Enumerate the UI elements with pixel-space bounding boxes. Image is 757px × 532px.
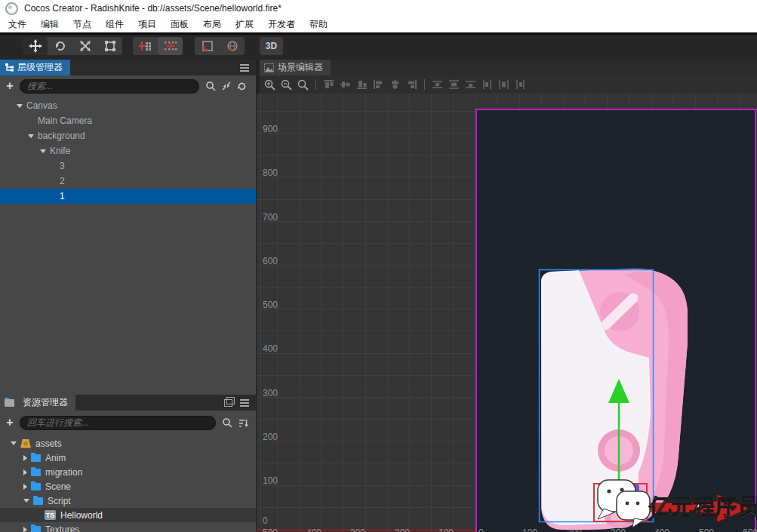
- assets-node-migration[interactable]: migration: [0, 465, 256, 479]
- distribute-left-icon[interactable]: [482, 79, 493, 90]
- hierarchy-node-knife[interactable]: Knife: [0, 143, 256, 158]
- collapsed-arrow-icon[interactable]: [23, 527, 27, 532]
- pivot-position-button[interactable]: [133, 37, 158, 55]
- node-label: Script: [48, 496, 71, 506]
- hierarchy-search-row: +: [0, 75, 256, 97]
- typescript-file-icon: TS: [45, 510, 56, 520]
- menu-node[interactable]: 节点: [71, 17, 94, 32]
- menu-layout[interactable]: 布局: [201, 17, 223, 32]
- hierarchy-tree-icon: [5, 63, 14, 72]
- menu-file[interactable]: 文件: [6, 17, 29, 32]
- assets-node-helloworld-selected[interactable]: TS Helloworld: [0, 508, 256, 522]
- distribute-top-icon[interactable]: [432, 79, 443, 90]
- align-left-icon[interactable]: [373, 79, 384, 90]
- hierarchy-menu-icon[interactable]: [240, 67, 249, 69]
- assets-float-icon[interactable]: [224, 399, 232, 407]
- hierarchy-node-background[interactable]: background: [0, 128, 256, 143]
- menu-bar: 文件 编辑 节点 组件 项目 面板 布局 扩展 开发者 帮助: [0, 17, 757, 32]
- move-tool-button[interactable]: [23, 37, 48, 55]
- local-gizmo-button[interactable]: [195, 37, 220, 55]
- menu-developer[interactable]: 开发者: [266, 17, 297, 32]
- collapsed-arrow-icon[interactable]: [23, 484, 27, 490]
- left-panel-column: 层级管理器 + Canvas Main Camera: [0, 60, 256, 532]
- rect-tool-button[interactable]: [97, 37, 122, 55]
- distribute-right-icon[interactable]: [515, 79, 526, 90]
- node-label: Anim: [45, 453, 66, 463]
- menu-extension[interactable]: 扩展: [233, 17, 256, 32]
- expand-arrow-icon[interactable]: [23, 499, 29, 503]
- hierarchy-node-1-selected[interactable]: 1: [0, 189, 256, 204]
- pivot-anchor-icon: [164, 40, 177, 52]
- assets-menu-icon[interactable]: [240, 402, 249, 404]
- assets-folder-icon: [5, 399, 14, 407]
- expand-arrow-icon[interactable]: [11, 441, 17, 445]
- zoom-out-icon[interactable]: [281, 79, 292, 91]
- scene-tab-bar: 场景编辑器: [260, 60, 757, 75]
- tab-assets[interactable]: 资源管理器: [0, 395, 75, 411]
- rotate-icon: [54, 40, 66, 52]
- tab-hierarchy[interactable]: 层级管理器: [0, 60, 70, 75]
- assets-search-row: +: [0, 412, 256, 433]
- folder-icon: [31, 483, 41, 490]
- refresh-icon[interactable]: [237, 81, 247, 91]
- node-label: assets: [35, 438, 62, 449]
- assets-tab-label: 资源管理器: [23, 396, 68, 409]
- svg-text:-400: -400: [303, 527, 322, 532]
- align-right-icon[interactable]: [406, 79, 417, 90]
- 3d-mode-button[interactable]: 3D: [260, 37, 283, 55]
- zoom-in-icon[interactable]: [264, 79, 275, 91]
- rect-transform-icon: [104, 40, 116, 52]
- world-gizmo-button[interactable]: [220, 37, 245, 55]
- collapse-all-icon[interactable]: [222, 81, 231, 91]
- node-label: Scene: [45, 481, 71, 492]
- sort-icon[interactable]: [238, 418, 248, 428]
- hierarchy-node-3[interactable]: 3: [0, 158, 256, 174]
- search-icon[interactable]: [205, 81, 216, 91]
- ruler-y-labels: 900 800 700 600 500 400 300 200 100 0: [263, 124, 278, 526]
- assets-node-script[interactable]: Script: [0, 494, 256, 508]
- node-label: Helloworld: [60, 510, 103, 521]
- distribute-bottom-icon[interactable]: [465, 79, 476, 90]
- menu-project[interactable]: 项目: [136, 17, 158, 32]
- distribute-vcenter-icon[interactable]: [448, 79, 460, 90]
- rotate-tool-button[interactable]: [48, 37, 72, 55]
- align-vcenter-icon[interactable]: [340, 79, 351, 90]
- main-toolbar: 3D: [0, 35, 757, 60]
- pivot-position-icon: [139, 40, 152, 52]
- hierarchy-node-main-camera[interactable]: Main Camera: [0, 113, 256, 128]
- menu-panel[interactable]: 面板: [168, 17, 191, 32]
- watermark-text: 亿元程序员: [648, 494, 757, 518]
- hierarchy-search-input[interactable]: [20, 79, 199, 94]
- transform-tool-group: [23, 37, 122, 55]
- assets-node-root[interactable]: assets: [0, 436, 256, 451]
- collapsed-arrow-icon[interactable]: [23, 455, 27, 461]
- search-icon[interactable]: [222, 417, 232, 428]
- hierarchy-node-canvas[interactable]: Canvas: [0, 98, 256, 113]
- align-hcenter-icon[interactable]: [389, 79, 401, 90]
- expand-arrow-icon[interactable]: [17, 104, 23, 108]
- scene-viewport[interactable]: 900 800 700 600 500 400 300 200 100 0 -5…: [257, 94, 757, 532]
- scene-tab-label: 场景编辑器: [278, 61, 323, 74]
- align-bottom-icon[interactable]: [356, 79, 368, 90]
- assets-node-textures[interactable]: Textures: [0, 522, 256, 532]
- collapsed-arrow-icon[interactable]: [23, 469, 27, 475]
- assets-add-button[interactable]: +: [0, 416, 20, 429]
- align-top-icon[interactable]: [323, 79, 334, 90]
- hierarchy-add-node-button[interactable]: +: [0, 79, 20, 93]
- assets-search-input[interactable]: [20, 416, 216, 430]
- pivot-anchor-button[interactable]: [158, 37, 183, 55]
- assets-node-anim[interactable]: Anim: [0, 451, 256, 465]
- assets-node-scene[interactable]: Scene: [0, 479, 256, 494]
- menu-edit[interactable]: 编辑: [38, 17, 61, 32]
- expand-arrow-icon[interactable]: [28, 134, 34, 138]
- tab-scene-editor[interactable]: 场景编辑器: [260, 60, 331, 75]
- zoom-reset-icon[interactable]: [297, 79, 309, 91]
- menu-help[interactable]: 帮助: [307, 17, 330, 32]
- node-label: Main Camera: [38, 115, 92, 126]
- svg-text:200: 200: [263, 432, 278, 442]
- distribute-hcenter-icon[interactable]: [498, 79, 509, 90]
- menu-component[interactable]: 组件: [103, 17, 126, 32]
- scale-tool-button[interactable]: [72, 37, 97, 55]
- expand-arrow-icon[interactable]: [40, 149, 46, 153]
- hierarchy-node-2[interactable]: 2: [0, 174, 256, 189]
